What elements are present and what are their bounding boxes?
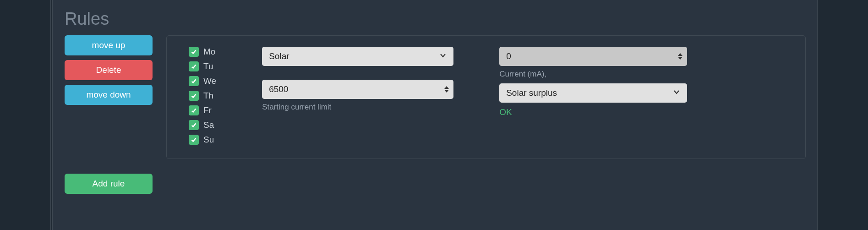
starting-current-value: 6500 xyxy=(269,84,288,94)
day-row: Fr xyxy=(189,105,216,115)
starting-current-label: Starting current limit xyxy=(262,103,453,112)
day-checkbox-th[interactable] xyxy=(189,91,199,101)
day-row: Th xyxy=(189,91,216,101)
move-down-button[interactable]: move down xyxy=(65,85,153,105)
day-row: We xyxy=(189,76,216,86)
day-label: Tu xyxy=(203,61,213,71)
day-checkbox-tu[interactable] xyxy=(189,61,199,71)
day-label: Fr xyxy=(203,105,212,115)
day-checkbox-fr[interactable] xyxy=(189,105,199,115)
day-checkbox-sa[interactable] xyxy=(189,120,199,130)
day-label: Su xyxy=(203,135,214,145)
mode-select[interactable]: Solar xyxy=(262,47,453,66)
surplus-select-value: Solar surplus xyxy=(506,88,557,98)
svg-marker-1 xyxy=(444,90,449,93)
current-column: 0 Current (mA), Solar surplus OK xyxy=(499,47,687,145)
day-label: Sa xyxy=(203,120,214,130)
stepper-icon[interactable] xyxy=(444,86,449,93)
add-rule-button[interactable]: Add rule xyxy=(65,174,153,194)
svg-marker-2 xyxy=(678,53,682,56)
day-row: Mo xyxy=(189,47,216,57)
days-column: Mo Tu We Th xyxy=(189,47,216,145)
chevron-down-icon xyxy=(673,88,680,98)
day-row: Sa xyxy=(189,120,216,130)
move-up-button[interactable]: move up xyxy=(65,35,153,55)
surplus-select[interactable]: Solar surplus xyxy=(499,83,687,103)
mode-column: Solar 6500 Starting current limit xyxy=(262,47,453,145)
starting-current-input[interactable]: 6500 xyxy=(262,80,453,99)
rule-card: Mo Tu We Th xyxy=(166,35,806,159)
mode-select-value: Solar xyxy=(269,51,289,61)
current-label: Current (mA), xyxy=(499,70,687,79)
current-input[interactable]: 0 xyxy=(499,47,687,66)
day-checkbox-su[interactable] xyxy=(189,135,199,145)
section-title: Rules xyxy=(65,9,806,29)
day-row: Su xyxy=(189,135,216,145)
chevron-down-icon xyxy=(439,52,447,61)
day-label: We xyxy=(203,76,216,86)
rule-actions-sidebar: move up Delete move down xyxy=(65,35,153,105)
status-text: OK xyxy=(499,107,687,117)
svg-marker-0 xyxy=(444,86,449,89)
delete-button[interactable]: Delete xyxy=(65,60,153,80)
stepper-icon[interactable] xyxy=(678,53,682,60)
day-checkbox-mo[interactable] xyxy=(189,47,199,57)
day-label: Mo xyxy=(203,47,215,57)
current-value: 0 xyxy=(506,51,511,61)
day-checkbox-we[interactable] xyxy=(189,76,199,86)
day-label: Th xyxy=(203,91,213,101)
day-row: Tu xyxy=(189,61,216,71)
svg-marker-3 xyxy=(678,57,682,60)
